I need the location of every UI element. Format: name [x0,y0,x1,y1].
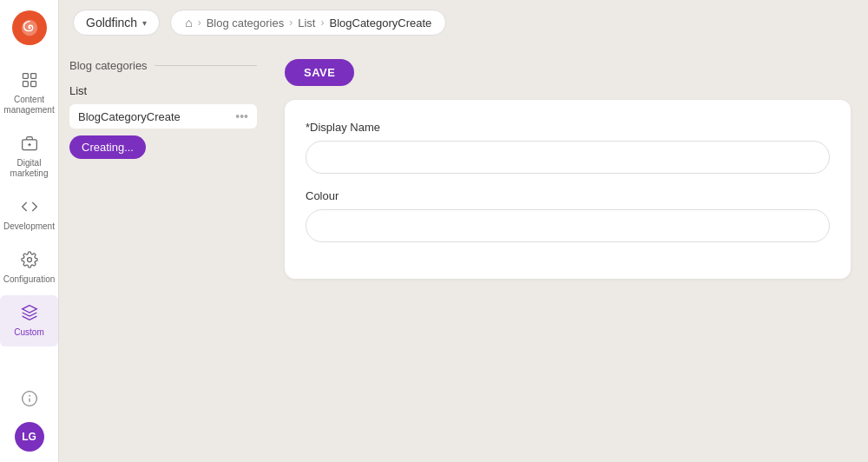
workspace-chevron: ▾ [142,18,147,28]
sidebar-item-digital-marketing[interactable]: Digital marketing [0,126,58,188]
logo-button[interactable] [12,10,47,45]
sidebar-bottom: LG [15,380,44,462]
display-name-label: *Display Name [306,121,830,134]
content-management-icon [21,71,38,91]
breadcrumb-item-1[interactable]: Blog categories [207,16,285,30]
svg-rect-3 [30,74,36,79]
section-title: Blog categories [69,59,148,72]
form-panel: SAVE *Display Name Colour [267,45,868,462]
workspace-selector[interactable]: Goldfinch ▾ [73,10,160,36]
subsection-title: List [69,81,257,104]
digital-marketing-icon [21,135,38,155]
breadcrumb-sep-3: › [320,16,324,29]
breadcrumb-sep-1: › [198,16,201,29]
svg-rect-4 [23,82,28,87]
logo-icon [20,18,39,37]
svg-rect-2 [23,74,28,79]
sidebar-nav: Content management Digital marketing [0,56,58,380]
nav-sub-item-label: BlogCategoryCreate [78,110,181,123]
nav-sub-item-dots: ••• [235,109,248,123]
workspace-name: Goldfinch [86,16,137,30]
configuration-icon [21,251,38,271]
development-label: Development [3,221,55,232]
colour-group: Colour [306,189,830,242]
save-button[interactable]: SAVE [285,59,354,86]
user-avatar[interactable]: LG [15,422,44,452]
nav-sub-item-blog-category-create[interactable]: BlogCategoryCreate ••• [69,104,257,129]
sidebar-item-content-management[interactable]: Content management [0,63,58,124]
custom-icon [21,304,38,324]
form-actions: SAVE [285,59,851,86]
breadcrumb: ⌂ › Blog categories › List › BlogCategor… [170,10,446,36]
colour-input[interactable] [306,209,830,242]
creating-button[interactable]: Creating... [69,135,146,159]
section-header: Blog categories [69,59,257,72]
secondary-sidebar: Blog categories List BlogCategoryCreate … [59,45,267,462]
info-button[interactable] [21,390,38,412]
breadcrumb-home-icon[interactable]: ⌂ [185,16,192,30]
custom-label: Custom [14,327,43,338]
main-area: Goldfinch ▾ ⌂ › Blog categories › List ›… [59,0,868,462]
svg-point-9 [27,258,31,262]
sidebar-item-configuration[interactable]: Configuration [0,242,58,294]
configuration-label: Configuration [3,274,55,285]
display-name-input[interactable] [306,141,830,174]
svg-point-1 [28,27,30,30]
section-divider [155,65,257,66]
breadcrumb-item-2[interactable]: List [298,16,315,30]
form-card: *Display Name Colour [285,100,851,279]
sidebar: Content management Digital marketing [0,0,59,462]
sidebar-item-custom[interactable]: Custom [0,295,58,346]
sidebar-item-development[interactable]: Development [0,189,58,241]
digital-marketing-label: Digital marketing [3,158,55,179]
topbar: Goldfinch ▾ ⌂ › Blog categories › List ›… [59,0,868,45]
colour-label: Colour [306,189,830,202]
breadcrumb-sep-2: › [289,16,293,29]
display-name-group: *Display Name [306,121,830,174]
development-icon [21,198,38,218]
content-management-label: Content management [3,95,55,116]
svg-rect-5 [30,82,36,87]
content-area: Blog categories List BlogCategoryCreate … [59,45,868,462]
breadcrumb-item-3[interactable]: BlogCategoryCreate [329,16,431,30]
